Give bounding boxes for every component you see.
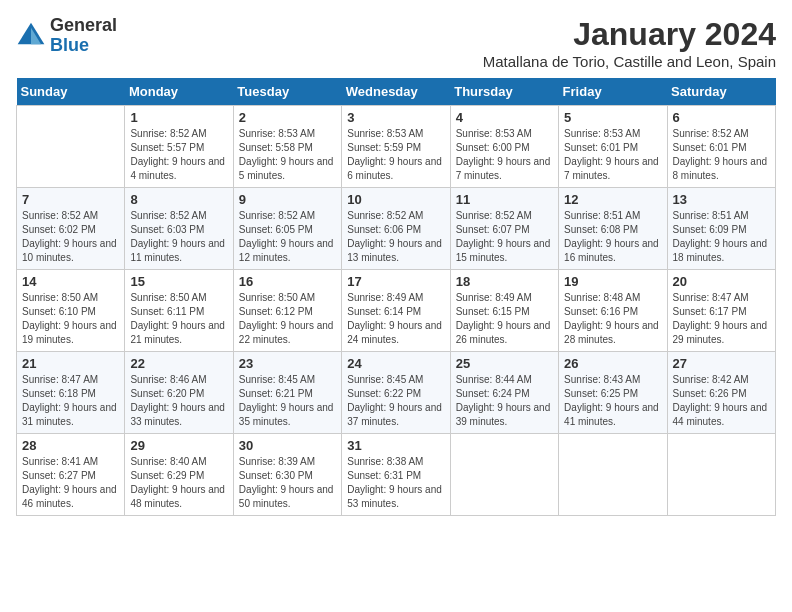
- day-info: Sunrise: 8:52 AMSunset: 6:05 PMDaylight:…: [239, 209, 336, 265]
- calendar-cell: 26Sunrise: 8:43 AMSunset: 6:25 PMDayligh…: [559, 352, 667, 434]
- day-info: Sunrise: 8:39 AMSunset: 6:30 PMDaylight:…: [239, 455, 336, 511]
- day-number: 16: [239, 274, 336, 289]
- day-info: Sunrise: 8:52 AMSunset: 5:57 PMDaylight:…: [130, 127, 227, 183]
- day-of-week-header: Sunday: [17, 78, 125, 106]
- calendar-header-row: SundayMondayTuesdayWednesdayThursdayFrid…: [17, 78, 776, 106]
- calendar-cell: 5Sunrise: 8:53 AMSunset: 6:01 PMDaylight…: [559, 106, 667, 188]
- calendar-cell: 14Sunrise: 8:50 AMSunset: 6:10 PMDayligh…: [17, 270, 125, 352]
- day-info: Sunrise: 8:53 AMSunset: 5:59 PMDaylight:…: [347, 127, 444, 183]
- calendar-cell: 29Sunrise: 8:40 AMSunset: 6:29 PMDayligh…: [125, 434, 233, 516]
- day-number: 29: [130, 438, 227, 453]
- calendar-cell: 28Sunrise: 8:41 AMSunset: 6:27 PMDayligh…: [17, 434, 125, 516]
- day-info: Sunrise: 8:48 AMSunset: 6:16 PMDaylight:…: [564, 291, 661, 347]
- day-number: 10: [347, 192, 444, 207]
- day-number: 1: [130, 110, 227, 125]
- calendar-cell: 4Sunrise: 8:53 AMSunset: 6:00 PMDaylight…: [450, 106, 558, 188]
- calendar-cell: 12Sunrise: 8:51 AMSunset: 6:08 PMDayligh…: [559, 188, 667, 270]
- calendar-cell: 22Sunrise: 8:46 AMSunset: 6:20 PMDayligh…: [125, 352, 233, 434]
- day-info: Sunrise: 8:49 AMSunset: 6:14 PMDaylight:…: [347, 291, 444, 347]
- day-number: 18: [456, 274, 553, 289]
- day-info: Sunrise: 8:50 AMSunset: 6:12 PMDaylight:…: [239, 291, 336, 347]
- calendar-cell: 2Sunrise: 8:53 AMSunset: 5:58 PMDaylight…: [233, 106, 341, 188]
- day-number: 30: [239, 438, 336, 453]
- day-info: Sunrise: 8:42 AMSunset: 6:26 PMDaylight:…: [673, 373, 770, 429]
- calendar-cell: 11Sunrise: 8:52 AMSunset: 6:07 PMDayligh…: [450, 188, 558, 270]
- day-info: Sunrise: 8:52 AMSunset: 6:06 PMDaylight:…: [347, 209, 444, 265]
- day-info: Sunrise: 8:53 AMSunset: 5:58 PMDaylight:…: [239, 127, 336, 183]
- calendar-cell: 31Sunrise: 8:38 AMSunset: 6:31 PMDayligh…: [342, 434, 450, 516]
- header: General Blue January 2024 Matallana de T…: [16, 16, 776, 70]
- day-of-week-header: Thursday: [450, 78, 558, 106]
- day-of-week-header: Friday: [559, 78, 667, 106]
- calendar-cell: 25Sunrise: 8:44 AMSunset: 6:24 PMDayligh…: [450, 352, 558, 434]
- day-info: Sunrise: 8:38 AMSunset: 6:31 PMDaylight:…: [347, 455, 444, 511]
- calendar-cell: 23Sunrise: 8:45 AMSunset: 6:21 PMDayligh…: [233, 352, 341, 434]
- day-number: 21: [22, 356, 119, 371]
- calendar-cell: 24Sunrise: 8:45 AMSunset: 6:22 PMDayligh…: [342, 352, 450, 434]
- calendar-cell: 15Sunrise: 8:50 AMSunset: 6:11 PMDayligh…: [125, 270, 233, 352]
- calendar-week-row: 21Sunrise: 8:47 AMSunset: 6:18 PMDayligh…: [17, 352, 776, 434]
- day-number: 5: [564, 110, 661, 125]
- day-info: Sunrise: 8:46 AMSunset: 6:20 PMDaylight:…: [130, 373, 227, 429]
- day-info: Sunrise: 8:41 AMSunset: 6:27 PMDaylight:…: [22, 455, 119, 511]
- day-info: Sunrise: 8:52 AMSunset: 6:03 PMDaylight:…: [130, 209, 227, 265]
- day-of-week-header: Saturday: [667, 78, 775, 106]
- calendar-cell: 30Sunrise: 8:39 AMSunset: 6:30 PMDayligh…: [233, 434, 341, 516]
- day-number: 23: [239, 356, 336, 371]
- day-info: Sunrise: 8:50 AMSunset: 6:11 PMDaylight:…: [130, 291, 227, 347]
- day-number: 25: [456, 356, 553, 371]
- day-info: Sunrise: 8:44 AMSunset: 6:24 PMDaylight:…: [456, 373, 553, 429]
- day-of-week-header: Tuesday: [233, 78, 341, 106]
- day-number: 13: [673, 192, 770, 207]
- day-info: Sunrise: 8:50 AMSunset: 6:10 PMDaylight:…: [22, 291, 119, 347]
- month-title: January 2024: [483, 16, 776, 53]
- day-number: 12: [564, 192, 661, 207]
- calendar-cell: 21Sunrise: 8:47 AMSunset: 6:18 PMDayligh…: [17, 352, 125, 434]
- calendar-cell: 10Sunrise: 8:52 AMSunset: 6:06 PMDayligh…: [342, 188, 450, 270]
- location-title: Matallana de Torio, Castille and Leon, S…: [483, 53, 776, 70]
- day-info: Sunrise: 8:45 AMSunset: 6:22 PMDaylight:…: [347, 373, 444, 429]
- logo-icon: [16, 21, 46, 51]
- day-number: 7: [22, 192, 119, 207]
- day-info: Sunrise: 8:47 AMSunset: 6:17 PMDaylight:…: [673, 291, 770, 347]
- day-info: Sunrise: 8:53 AMSunset: 6:01 PMDaylight:…: [564, 127, 661, 183]
- day-number: 2: [239, 110, 336, 125]
- calendar-cell: 19Sunrise: 8:48 AMSunset: 6:16 PMDayligh…: [559, 270, 667, 352]
- day-info: Sunrise: 8:51 AMSunset: 6:08 PMDaylight:…: [564, 209, 661, 265]
- calendar-table: SundayMondayTuesdayWednesdayThursdayFrid…: [16, 78, 776, 516]
- day-number: 15: [130, 274, 227, 289]
- day-number: 8: [130, 192, 227, 207]
- calendar-cell: 13Sunrise: 8:51 AMSunset: 6:09 PMDayligh…: [667, 188, 775, 270]
- day-number: 22: [130, 356, 227, 371]
- calendar-week-row: 7Sunrise: 8:52 AMSunset: 6:02 PMDaylight…: [17, 188, 776, 270]
- logo: General Blue: [16, 16, 117, 56]
- day-number: 6: [673, 110, 770, 125]
- day-number: 26: [564, 356, 661, 371]
- calendar-cell: [559, 434, 667, 516]
- calendar-week-row: 1Sunrise: 8:52 AMSunset: 5:57 PMDaylight…: [17, 106, 776, 188]
- day-number: 31: [347, 438, 444, 453]
- calendar-cell: 1Sunrise: 8:52 AMSunset: 5:57 PMDaylight…: [125, 106, 233, 188]
- day-number: 17: [347, 274, 444, 289]
- calendar-cell: [667, 434, 775, 516]
- calendar-cell: 27Sunrise: 8:42 AMSunset: 6:26 PMDayligh…: [667, 352, 775, 434]
- day-info: Sunrise: 8:45 AMSunset: 6:21 PMDaylight:…: [239, 373, 336, 429]
- day-info: Sunrise: 8:43 AMSunset: 6:25 PMDaylight:…: [564, 373, 661, 429]
- day-number: 9: [239, 192, 336, 207]
- day-number: 4: [456, 110, 553, 125]
- day-info: Sunrise: 8:52 AMSunset: 6:02 PMDaylight:…: [22, 209, 119, 265]
- logo-text: General Blue: [50, 16, 117, 56]
- day-of-week-header: Monday: [125, 78, 233, 106]
- day-info: Sunrise: 8:53 AMSunset: 6:00 PMDaylight:…: [456, 127, 553, 183]
- day-info: Sunrise: 8:52 AMSunset: 6:01 PMDaylight:…: [673, 127, 770, 183]
- calendar-cell: 6Sunrise: 8:52 AMSunset: 6:01 PMDaylight…: [667, 106, 775, 188]
- day-info: Sunrise: 8:40 AMSunset: 6:29 PMDaylight:…: [130, 455, 227, 511]
- day-number: 3: [347, 110, 444, 125]
- calendar-cell: 20Sunrise: 8:47 AMSunset: 6:17 PMDayligh…: [667, 270, 775, 352]
- day-info: Sunrise: 8:47 AMSunset: 6:18 PMDaylight:…: [22, 373, 119, 429]
- day-info: Sunrise: 8:51 AMSunset: 6:09 PMDaylight:…: [673, 209, 770, 265]
- day-of-week-header: Wednesday: [342, 78, 450, 106]
- day-number: 11: [456, 192, 553, 207]
- calendar-cell: 8Sunrise: 8:52 AMSunset: 6:03 PMDaylight…: [125, 188, 233, 270]
- calendar-cell: 16Sunrise: 8:50 AMSunset: 6:12 PMDayligh…: [233, 270, 341, 352]
